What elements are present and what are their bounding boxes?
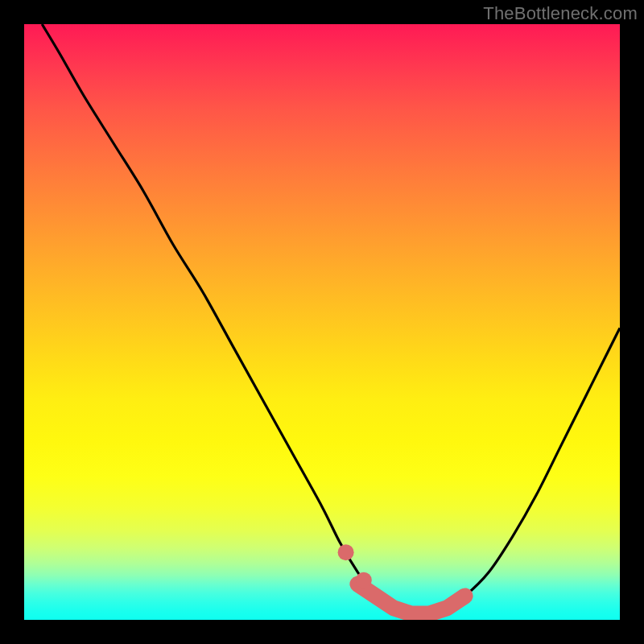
bottleneck-curve-path: [42, 24, 620, 615]
bottleneck-curve-svg: [24, 24, 620, 620]
watermark-text: TheBottleneck.com: [483, 3, 638, 24]
optimal-zone-dot: [356, 572, 372, 588]
optimal-zone-dot: [338, 544, 354, 560]
chart-frame: TheBottleneck.com: [0, 0, 644, 644]
plot-area: [24, 24, 620, 620]
optimal-zone-highlight: [338, 544, 465, 613]
optimal-zone-path: [357, 584, 464, 614]
